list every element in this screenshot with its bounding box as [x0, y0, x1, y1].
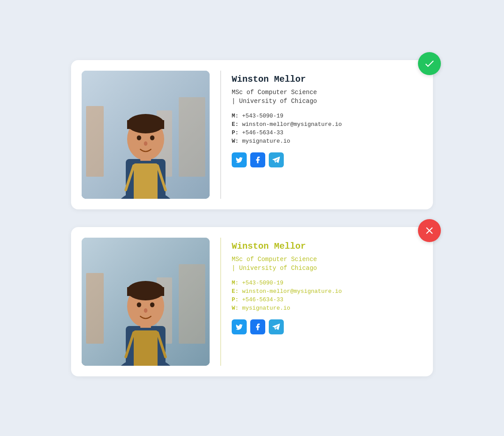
contact-label-e-bad: E:	[232, 288, 239, 295]
contact-value-w-good: mysignature.io	[242, 138, 290, 144]
telegram-button-bad[interactable]	[269, 319, 284, 334]
svg-point-27	[137, 302, 141, 307]
svg-point-29	[144, 308, 147, 313]
contact-mobile-good: M: +543-5090-19	[232, 113, 422, 119]
card-contacts-bad: M: +543-5090-19 E: winston-mellor@mysign…	[232, 280, 422, 311]
svg-rect-10	[127, 120, 164, 129]
contact-value-e-good: winston-mellor@mysignature.io	[242, 121, 342, 128]
contact-phone-bad: P: +546-5634-33	[232, 296, 422, 303]
card-info-good: Winston Mellor MSc of Computer Science |…	[232, 71, 422, 167]
twitter-button-good[interactable]	[232, 152, 247, 167]
facebook-button-bad[interactable]	[250, 319, 265, 334]
contact-value-m-good: +543-5090-19	[242, 113, 283, 119]
telegram-button-good[interactable]	[269, 152, 284, 167]
contact-label-p-bad: P:	[232, 296, 239, 303]
card-title-bad: MSc of Computer Science	[232, 256, 422, 263]
card-good: Winston Mellor MSc of Computer Science |…	[71, 60, 433, 209]
svg-rect-1	[86, 106, 104, 177]
contact-label-w-good: W:	[232, 138, 239, 144]
contact-email-bad: E: winston-mellor@mysignature.io	[232, 288, 422, 295]
contact-value-e-bad: winston-mellor@mysignature.io	[242, 288, 342, 295]
card-divider-good	[220, 71, 221, 199]
svg-point-11	[137, 135, 141, 140]
card-divider-bad	[220, 238, 221, 366]
contact-value-p-bad: +546-5634-33	[242, 296, 283, 303]
contact-label-w-bad: W:	[232, 305, 239, 311]
contact-mobile-bad: M: +543-5090-19	[232, 280, 422, 286]
social-icons-good	[232, 152, 422, 167]
svg-rect-17	[86, 273, 104, 344]
contact-label-p-good: P:	[232, 129, 239, 136]
svg-point-12	[150, 135, 154, 140]
card-bad: Winston Mellor MSc of Computer Science |…	[71, 227, 433, 376]
contact-web-bad: W: mysignature.io	[232, 305, 422, 311]
contact-value-m-bad: +543-5090-19	[242, 280, 283, 286]
svg-rect-26	[127, 287, 164, 296]
card-bad-container: Winston Mellor MSc of Computer Science |…	[71, 227, 433, 376]
svg-rect-18	[179, 264, 205, 344]
svg-point-13	[144, 141, 147, 146]
contact-label-m-good: M:	[232, 113, 239, 119]
profile-photo-good	[82, 71, 210, 199]
social-icons-bad	[232, 319, 422, 334]
contact-value-p-good: +546-5634-33	[242, 129, 283, 136]
card-university-bad: | University of Chicago	[232, 265, 422, 272]
contact-email-good: E: winston-mellor@mysignature.io	[232, 121, 422, 128]
card-good-container: Winston Mellor MSc of Computer Science |…	[71, 60, 433, 209]
card-name-bad: Winston Mellor	[232, 241, 422, 251]
card-name-good: Winston Mellor	[232, 74, 422, 84]
svg-point-28	[150, 302, 154, 307]
contact-label-m-bad: M:	[232, 280, 239, 286]
card-title-good: MSc of Computer Science	[232, 89, 422, 96]
card-info-bad: Winston Mellor MSc of Computer Science |…	[232, 238, 422, 334]
svg-rect-6	[134, 163, 158, 199]
contact-web-good: W: mysignature.io	[232, 138, 422, 144]
contact-value-w-bad: mysignature.io	[242, 305, 290, 311]
cards-wrapper: Winston Mellor MSc of Computer Science |…	[71, 60, 433, 376]
facebook-button-good[interactable]	[250, 152, 265, 167]
svg-rect-2	[179, 97, 205, 177]
badge-error	[418, 219, 441, 242]
badge-success	[418, 52, 441, 75]
contact-label-e-good: E:	[232, 121, 239, 128]
svg-rect-22	[134, 330, 158, 366]
contact-phone-good: P: +546-5634-33	[232, 129, 422, 136]
profile-photo-bad	[82, 238, 210, 366]
card-university-good: | University of Chicago	[232, 98, 422, 105]
card-contacts-good: M: +543-5090-19 E: winston-mellor@mysign…	[232, 113, 422, 144]
twitter-button-bad[interactable]	[232, 319, 247, 334]
